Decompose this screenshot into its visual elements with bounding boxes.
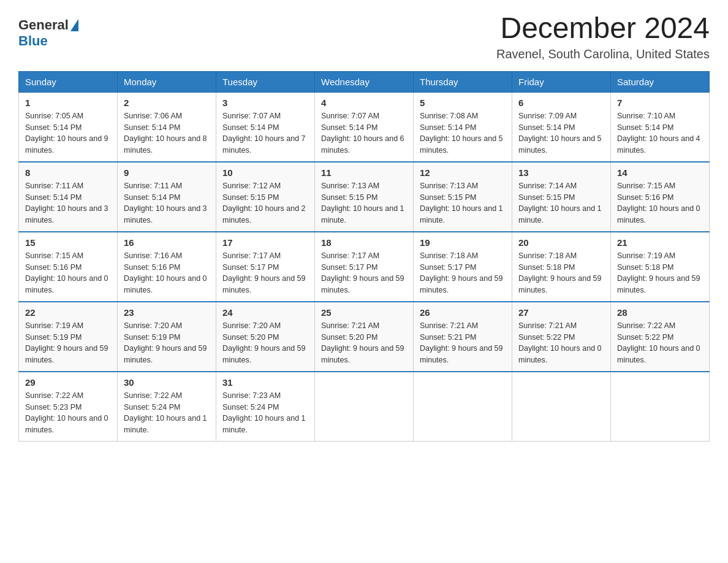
day-number: 13 [518, 167, 604, 178]
day-info: Sunrise: 7:23 AMSunset: 5:24 PMDaylight:… [222, 391, 306, 434]
table-row: 7 Sunrise: 7:10 AMSunset: 5:14 PMDayligh… [611, 92, 710, 162]
day-info: Sunrise: 7:13 AMSunset: 5:15 PMDaylight:… [420, 182, 503, 224]
table-row: 19 Sunrise: 7:18 AMSunset: 5:17 PMDaylig… [414, 232, 512, 302]
logo-icon [70, 19, 78, 31]
day-number: 18 [321, 237, 407, 248]
day-info: Sunrise: 7:07 AMSunset: 5:14 PMDaylight:… [222, 112, 306, 155]
day-number: 21 [617, 237, 703, 248]
logo: General Blue [18, 17, 78, 50]
day-number: 23 [124, 307, 210, 318]
table-row: 31 Sunrise: 7:23 AMSunset: 5:24 PMDaylig… [216, 372, 315, 442]
table-row: 29 Sunrise: 7:22 AMSunset: 5:23 PMDaylig… [19, 372, 118, 442]
table-row: 26 Sunrise: 7:21 AMSunset: 5:21 PMDaylig… [414, 302, 512, 372]
col-saturday: Saturday [611, 71, 710, 92]
day-info: Sunrise: 7:22 AMSunset: 5:23 PMDaylight:… [25, 391, 108, 434]
logo-text-blue: Blue [18, 33, 48, 48]
day-number: 5 [420, 98, 506, 108]
col-sunday: Sunday [19, 71, 118, 92]
calendar-header-row: Sunday Monday Tuesday Wednesday Thursday… [19, 71, 710, 92]
table-row: 11 Sunrise: 7:13 AMSunset: 5:15 PMDaylig… [315, 162, 414, 232]
day-number: 27 [518, 307, 604, 318]
table-row: 23 Sunrise: 7:20 AMSunset: 5:19 PMDaylig… [118, 302, 216, 372]
col-tuesday: Tuesday [216, 71, 315, 92]
day-info: Sunrise: 7:15 AMSunset: 5:16 PMDaylight:… [617, 182, 700, 224]
table-row: 5 Sunrise: 7:08 AMSunset: 5:14 PMDayligh… [414, 92, 512, 162]
calendar-week-row: 1 Sunrise: 7:05 AMSunset: 5:14 PMDayligh… [19, 92, 710, 162]
day-info: Sunrise: 7:20 AMSunset: 5:19 PMDaylight:… [124, 321, 207, 364]
day-number: 14 [617, 167, 703, 178]
day-number: 1 [25, 98, 111, 108]
col-friday: Friday [512, 71, 611, 92]
table-row: 17 Sunrise: 7:17 AMSunset: 5:17 PMDaylig… [216, 232, 315, 302]
table-row: 27 Sunrise: 7:21 AMSunset: 5:22 PMDaylig… [512, 302, 611, 372]
day-info: Sunrise: 7:18 AMSunset: 5:17 PMDaylight:… [420, 251, 503, 294]
day-info: Sunrise: 7:22 AMSunset: 5:22 PMDaylight:… [617, 321, 700, 364]
table-row [315, 372, 414, 442]
day-number: 12 [420, 167, 506, 178]
day-info: Sunrise: 7:06 AMSunset: 5:14 PMDaylight:… [124, 112, 207, 155]
table-row: 9 Sunrise: 7:11 AMSunset: 5:14 PMDayligh… [118, 162, 216, 232]
table-row: 16 Sunrise: 7:16 AMSunset: 5:16 PMDaylig… [118, 232, 216, 302]
day-number: 10 [222, 167, 308, 178]
day-info: Sunrise: 7:17 AMSunset: 5:17 PMDaylight:… [222, 251, 306, 294]
table-row: 14 Sunrise: 7:15 AMSunset: 5:16 PMDaylig… [611, 162, 710, 232]
table-row: 21 Sunrise: 7:19 AMSunset: 5:18 PMDaylig… [611, 232, 710, 302]
logo-text-general: General [18, 17, 69, 33]
day-info: Sunrise: 7:07 AMSunset: 5:14 PMDaylight:… [321, 112, 404, 155]
day-number: 25 [321, 307, 407, 318]
calendar-week-row: 8 Sunrise: 7:11 AMSunset: 5:14 PMDayligh… [19, 162, 710, 232]
col-thursday: Thursday [414, 71, 512, 92]
table-row [512, 372, 611, 442]
day-number: 24 [222, 307, 308, 318]
day-info: Sunrise: 7:21 AMSunset: 5:22 PMDaylight:… [518, 321, 602, 364]
day-number: 28 [617, 307, 703, 318]
day-info: Sunrise: 7:11 AMSunset: 5:14 PMDaylight:… [25, 182, 108, 224]
day-number: 29 [25, 377, 111, 388]
col-wednesday: Wednesday [315, 71, 414, 92]
calendar-week-row: 22 Sunrise: 7:19 AMSunset: 5:19 PMDaylig… [19, 302, 710, 372]
table-row: 30 Sunrise: 7:22 AMSunset: 5:24 PMDaylig… [118, 372, 216, 442]
day-info: Sunrise: 7:05 AMSunset: 5:14 PMDaylight:… [25, 112, 108, 155]
day-info: Sunrise: 7:08 AMSunset: 5:14 PMDaylight:… [420, 112, 503, 155]
day-number: 16 [124, 237, 210, 248]
day-info: Sunrise: 7:19 AMSunset: 5:19 PMDaylight:… [25, 321, 108, 364]
table-row: 13 Sunrise: 7:14 AMSunset: 5:15 PMDaylig… [512, 162, 611, 232]
table-row: 25 Sunrise: 7:21 AMSunset: 5:20 PMDaylig… [315, 302, 414, 372]
table-row [414, 372, 512, 442]
day-number: 20 [518, 237, 604, 248]
table-row: 6 Sunrise: 7:09 AMSunset: 5:14 PMDayligh… [512, 92, 611, 162]
table-row: 28 Sunrise: 7:22 AMSunset: 5:22 PMDaylig… [611, 302, 710, 372]
table-row: 3 Sunrise: 7:07 AMSunset: 5:14 PMDayligh… [216, 92, 315, 162]
table-row: 10 Sunrise: 7:12 AMSunset: 5:15 PMDaylig… [216, 162, 315, 232]
col-monday: Monday [118, 71, 216, 92]
day-info: Sunrise: 7:12 AMSunset: 5:15 PMDaylight:… [222, 182, 306, 224]
calendar-table: Sunday Monday Tuesday Wednesday Thursday… [18, 71, 710, 442]
day-number: 2 [124, 98, 210, 108]
calendar-week-row: 29 Sunrise: 7:22 AMSunset: 5:23 PMDaylig… [19, 372, 710, 442]
day-info: Sunrise: 7:10 AMSunset: 5:14 PMDaylight:… [617, 112, 700, 155]
day-number: 30 [124, 377, 210, 388]
day-number: 17 [222, 237, 308, 248]
table-row [611, 372, 710, 442]
day-number: 19 [420, 237, 506, 248]
day-number: 6 [518, 98, 604, 108]
day-number: 8 [25, 167, 111, 178]
table-row: 4 Sunrise: 7:07 AMSunset: 5:14 PMDayligh… [315, 92, 414, 162]
table-row: 24 Sunrise: 7:20 AMSunset: 5:20 PMDaylig… [216, 302, 315, 372]
month-title: December 2024 [496, 12, 710, 45]
title-area: December 2024 Ravenel, South Carolina, U… [496, 12, 710, 61]
table-row: 2 Sunrise: 7:06 AMSunset: 5:14 PMDayligh… [118, 92, 216, 162]
day-info: Sunrise: 7:22 AMSunset: 5:24 PMDaylight:… [124, 391, 207, 434]
table-row: 1 Sunrise: 7:05 AMSunset: 5:14 PMDayligh… [19, 92, 118, 162]
day-info: Sunrise: 7:19 AMSunset: 5:18 PMDaylight:… [617, 251, 700, 294]
table-row: 18 Sunrise: 7:17 AMSunset: 5:17 PMDaylig… [315, 232, 414, 302]
day-info: Sunrise: 7:20 AMSunset: 5:20 PMDaylight:… [222, 321, 306, 364]
table-row: 12 Sunrise: 7:13 AMSunset: 5:15 PMDaylig… [414, 162, 512, 232]
day-info: Sunrise: 7:11 AMSunset: 5:14 PMDaylight:… [124, 182, 207, 224]
day-info: Sunrise: 7:21 AMSunset: 5:21 PMDaylight:… [420, 321, 503, 364]
page-header: General Blue December 2024 Ravenel, Sout… [18, 12, 710, 61]
day-info: Sunrise: 7:17 AMSunset: 5:17 PMDaylight:… [321, 251, 404, 294]
day-number: 15 [25, 237, 111, 248]
table-row: 22 Sunrise: 7:19 AMSunset: 5:19 PMDaylig… [19, 302, 118, 372]
day-info: Sunrise: 7:18 AMSunset: 5:18 PMDaylight:… [518, 251, 602, 294]
